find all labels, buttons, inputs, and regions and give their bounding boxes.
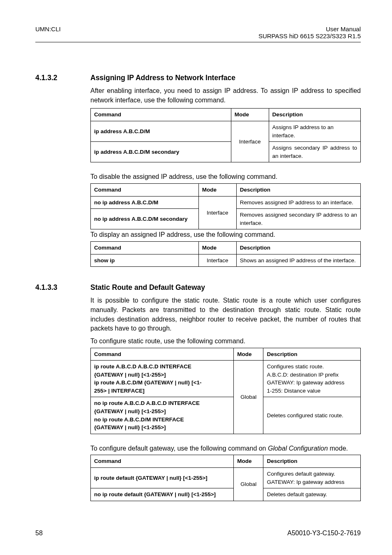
t2-r2-cmd: no ip address A.B.C.D/M secondary [91,209,199,229]
t2-r1-cmd: no ip address A.B.C.D/M [91,196,199,209]
t3-h-description: Description [236,241,360,254]
t1-h-description: Description [269,109,360,121]
display-paragraph: To display an assigned IP address, use t… [90,230,361,240]
t2-r1-desc: Removes assigned IP address to an interf… [236,196,360,209]
gateway-p-post: mode. [328,445,348,452]
t4-r1-l2: {GATEWAY | null} [<1-255>] [94,372,166,378]
t1-r1-desc: Assigns IP address to an interface. [269,121,360,142]
table-row: no ip route default {GATEWAY | null} [<1… [91,488,361,501]
t4-r1-d1: Configures static route. [267,363,324,370]
t2-r2-desc: Removes assigned secondary IP address to… [236,209,360,229]
table-row: ip address A.B.C.D/M Interface Assigns I… [91,121,361,142]
footer: 58 A50010-Y3-C150-2-7619 [35,530,361,537]
t5-r2-desc: Deletes default gateway. [263,488,361,501]
t5-h-description: Description [263,455,361,468]
t5-mode: Global [234,468,263,501]
header-right-line2: SURPASS hiD 6615 S223/S323 R1.5 [258,32,361,39]
table-static-route: Command Mode Description ip route A.B.C.… [90,348,361,434]
header-right-line1: User Manual [258,25,361,32]
t4-r1-l1: ip route A.B.C.D A.B.C.D INTERFACE [94,363,191,370]
t4-r2-l1: no ip route A.B.C.D A.B.C.D INTERFACE [94,400,200,406]
page-number: 58 [35,530,43,537]
t4-h-mode: Mode [234,348,263,361]
section-title-2: Static Route and Default Gateway [90,283,205,291]
t3-h-mode: Mode [198,241,236,254]
table-assign-ip: Command Mode Description ip address A.B.… [90,108,361,162]
intro-paragraph: After enabling interface, you need to as… [90,86,361,105]
t5-r1-cmd: ip route default {GATEWAY | null} [<1-25… [91,468,234,488]
t4-h-command: Command [91,348,234,361]
gateway-paragraph: To configure default gateway, use the fo… [90,444,361,453]
section-heading-2: 4.1.3.3 Static Route and Default Gateway [90,283,361,292]
table-row: no ip route A.B.C.D A.B.C.D INTERFACE {G… [91,397,361,434]
header-rule [35,42,361,42]
t4-mode: Global [234,361,263,434]
gateway-p-pre: To configure default gateway, use the fo… [90,445,268,452]
t1-r1-cmd: ip address A.B.C.D/M [91,121,231,142]
t4-r2-l3: no ip route A.B.C.D/M INTERFACE [94,416,184,423]
section-number-2: 4.1.3.3 [35,283,58,292]
t1-h-command: Command [91,109,231,121]
t4-r1-l4: 255> | INTERFACE] [94,388,145,394]
section-heading-1: 4.1.3.2 Assigning IP Address to Network … [90,74,361,82]
doc-id: A50010-Y3-C150-2-7619 [287,530,361,537]
static-paragraph-2: To configure static route, use the follo… [90,337,361,346]
t2-mode: Interface [198,196,236,229]
disable-paragraph: To disable the assigned IP address, use … [90,172,361,182]
t5-r1-d2: GATEWAY: Ip gateway address [267,479,344,485]
t4-r2-cmd: no ip route A.B.C.D A.B.C.D INTERFACE {G… [91,397,234,434]
section-number-1: 4.1.3.2 [35,74,58,82]
t5-r1-desc: Configures default gateway. GATEWAY: Ip … [263,468,361,488]
table-row: ip route A.B.C.D A.B.C.D INTERFACE {GATE… [91,361,361,397]
table-row: no ip address A.B.C.D/M Interface Remove… [91,196,361,209]
t1-mode: Interface [231,121,269,162]
table-default-gateway: Command Mode Description ip route defaul… [90,455,361,501]
t3-cmd: show ip [91,254,199,267]
section-title-1: Assigning IP Address to Network Interfac… [90,74,235,82]
t4-r1-d3: GATEWAY: Ip gateway address [267,379,344,386]
t3-desc: Shows an assigned IP address of the inte… [236,254,360,267]
table-row: show ip Interface Shows an assigned IP a… [91,254,361,267]
header-left: UMN:CLI [35,25,61,39]
t4-r1-d4: 1-255: Distance value [267,388,321,394]
t4-r2-l2: {GATEWAY | null} [<1-255>] [94,408,166,414]
table-row: ip route default {GATEWAY | null} [<1-25… [91,468,361,488]
t1-r2-cmd: ip address A.B.C.D/M secondary [91,142,231,162]
table-disable-ip: Command Mode Description no ip address A… [90,183,361,229]
t4-r2-desc: Deletes configured static route. [263,397,361,434]
t5-r1-d1: Configures default gateway. [267,471,335,477]
t2-h-mode: Mode [198,183,236,196]
t4-h-description: Description [263,348,361,361]
t5-h-mode: Mode [234,455,263,468]
table-row: ip address A.B.C.D/M secondary Assigns s… [91,142,361,162]
t1-r2-desc: Assigns secondary IP address to an inter… [269,142,360,162]
t4-r1-l3: ip route A.B.C.D/M {GATEWAY | null} [<1- [94,379,201,386]
t3-h-command: Command [91,241,199,254]
t3-mode: Interface [198,254,236,267]
t5-h-command: Command [91,455,234,468]
t2-h-command: Command [91,183,199,196]
table-show-ip: Command Mode Description show ip Interfa… [90,241,361,267]
t1-h-mode: Mode [231,109,269,121]
t4-r2-l4: {GATEWAY | null} [<1-255>] [94,424,166,430]
t5-r2-cmd: no ip route default {GATEWAY | null} [<1… [91,488,234,501]
header-right: User Manual SURPASS hiD 6615 S223/S323 R… [258,25,361,39]
static-paragraph: It is possible to configure the static r… [90,296,361,333]
t2-h-description: Description [236,183,360,196]
gateway-p-mid: Global Configuration [268,445,328,452]
t4-r1-cmd: ip route A.B.C.D A.B.C.D INTERFACE {GATE… [91,361,234,397]
t4-r1-d2: A.B.C.D: destination IP prefix [267,372,339,378]
t4-r1-desc: Configures static route. A.B.C.D: destin… [263,361,361,397]
